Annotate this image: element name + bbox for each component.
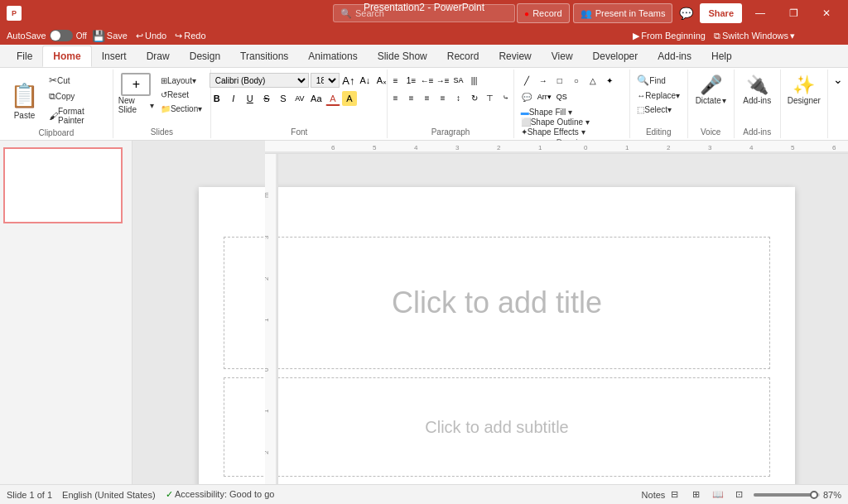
strikethrough-button[interactable]: S <box>259 91 274 106</box>
shape-star-btn[interactable]: ✦ <box>602 73 617 88</box>
clear-format-btn[interactable]: Aₓ <box>374 73 389 88</box>
notes-button[interactable]: Notes <box>646 487 661 502</box>
select-button[interactable]: ⬚Select▾ <box>634 103 675 116</box>
change-case-button[interactable]: Aa <box>309 91 324 106</box>
add-ins-button[interactable]: 🔌 Add-ins <box>740 73 774 107</box>
text-direction-btn[interactable]: ↻ <box>467 90 482 105</box>
shape-line-btn[interactable]: ╱ <box>519 73 534 88</box>
justify-btn[interactable]: ≡ <box>436 90 450 105</box>
share-button[interactable]: Share <box>700 3 742 23</box>
search-input[interactable] <box>355 8 504 18</box>
shape-callout-btn[interactable]: 💬 <box>519 89 534 104</box>
present-button[interactable]: 👥 Present in Teams <box>573 3 673 23</box>
align-left-btn[interactable]: ≡ <box>388 90 403 105</box>
new-slide-button[interactable]: + New Slide▾ <box>118 73 154 114</box>
search-box[interactable]: 🔍 <box>333 4 515 22</box>
tab-slide-show[interactable]: Slide Show <box>368 46 437 67</box>
undo-button[interactable]: ↩ Undo <box>132 30 170 42</box>
bullets-button[interactable]: ≡ <box>388 73 403 88</box>
view-presenter-btn[interactable]: ⊡ <box>732 487 747 502</box>
close-button[interactable]: ✕ <box>812 0 841 26</box>
shape-outline-button[interactable]: ⬜Shape Outline ▾ <box>519 118 591 127</box>
cut-button[interactable]: ✂ Cut <box>46 73 108 88</box>
tab-draw[interactable]: Draw <box>137 46 180 67</box>
view-normal-btn[interactable]: ⊟ <box>667 487 682 502</box>
shape-rect-btn[interactable]: □ <box>552 73 567 88</box>
font-color-button[interactable]: A <box>325 91 340 106</box>
redo-button[interactable]: ↪ Redo <box>171 30 209 42</box>
arrange-button[interactable]: Arr▾ <box>536 89 553 104</box>
record-button[interactable]: ● Record <box>517 3 570 23</box>
underline-button[interactable]: U <box>243 91 258 106</box>
switch-windows-button[interactable]: ⧉ Switch Windows ▾ <box>711 30 798 42</box>
paste-button[interactable]: 📋 Paste <box>5 80 44 120</box>
svg-text:3: 3 <box>708 144 712 151</box>
svg-text:5: 5 <box>373 144 377 151</box>
font-size-select[interactable]: 18 <box>311 73 340 88</box>
subtitle-placeholder[interactable]: Click to add subtitle <box>224 377 770 477</box>
view-reading-btn[interactable]: 📖 <box>711 487 725 502</box>
tab-developer[interactable]: Developer <box>583 46 648 67</box>
reset-button[interactable]: ↺Reset <box>157 89 205 101</box>
copy-button[interactable]: ⧉ Copy <box>46 89 108 103</box>
minimize-button[interactable]: — <box>745 0 775 26</box>
char-spacing-button[interactable]: AV <box>292 91 307 106</box>
tab-home[interactable]: Home <box>42 46 91 67</box>
tab-file[interactable]: File <box>7 46 42 67</box>
numbering-button[interactable]: 1≡ <box>404 73 419 88</box>
section-button[interactable]: 📁Section▾ <box>157 103 205 115</box>
slide-thumbnail-1[interactable]: 1 <box>3 147 123 230</box>
smart-art-btn[interactable]: SA <box>451 73 466 88</box>
tab-record[interactable]: Record <box>437 46 489 67</box>
ribbon-expand-btn[interactable]: ⌄ <box>828 70 848 89</box>
zoom-slider[interactable] <box>754 493 820 497</box>
shape-arrow-btn[interactable]: → <box>536 73 551 88</box>
tab-transitions[interactable]: Transitions <box>230 46 298 67</box>
new-slide-icon: + <box>121 73 151 96</box>
bold-button[interactable]: B <box>210 91 224 106</box>
tab-animations[interactable]: Animations <box>298 46 367 67</box>
align-right-btn[interactable]: ≡ <box>420 90 435 105</box>
quick-styles-button[interactable]: QS <box>555 89 569 104</box>
shadow-button[interactable]: S <box>276 91 291 106</box>
convert-to-smartart-btn[interactable]: ⤷ <box>499 90 513 105</box>
comments-icon[interactable]: 💬 <box>676 7 696 20</box>
shape-oval-btn[interactable]: ○ <box>569 73 584 88</box>
tab-design[interactable]: Design <box>180 46 230 67</box>
tab-review[interactable]: Review <box>489 46 541 67</box>
shape-tri-btn[interactable]: △ <box>585 73 600 88</box>
layout-button[interactable]: ⊞Layout▾ <box>157 74 205 87</box>
view-sorter-btn[interactable]: ⊞ <box>689 487 704 502</box>
tab-insert[interactable]: Insert <box>92 46 137 67</box>
highlight-button[interactable]: A <box>342 91 357 106</box>
title-placeholder[interactable]: Click to add title <box>224 237 770 369</box>
svg-text:0: 0 <box>584 144 588 151</box>
save-qa-button[interactable]: 💾 Save <box>89 29 131 43</box>
slide-canvas[interactable]: Click to add title Click to add subtitle <box>199 187 795 484</box>
find-button[interactable]: 🔍 Find <box>634 73 668 88</box>
statusbar: Slide 1 of 1 English (United States) ✓ A… <box>0 484 848 504</box>
tab-help[interactable]: Help <box>701 46 742 67</box>
italic-button[interactable]: I <box>226 91 241 106</box>
decrease-indent-btn[interactable]: ←≡ <box>420 73 435 88</box>
tab-view[interactable]: View <box>542 46 583 67</box>
format-painter-button[interactable]: 🖌 Format Painter <box>46 105 108 127</box>
font-name-select[interactable]: Calibri (Body) <box>210 73 309 88</box>
align-text-btn[interactable]: ⊤ <box>483 90 498 105</box>
designer-button[interactable]: ✨ Designer <box>784 73 824 107</box>
align-center-btn[interactable]: ≡ <box>404 90 419 105</box>
autosave-toggle[interactable] <box>50 30 73 41</box>
from-beginning-qa-button[interactable]: ▶ From Beginning <box>629 30 709 42</box>
dictate-button[interactable]: 🎤 Dictate▾ <box>692 73 730 107</box>
tab-add-ins[interactable]: Add-ins <box>648 46 701 67</box>
increase-font-btn[interactable]: A↑ <box>341 73 356 88</box>
increase-indent-btn[interactable]: →≡ <box>436 73 450 88</box>
decrease-font-btn[interactable]: A↓ <box>358 73 373 88</box>
voice-label: Voice <box>701 126 720 138</box>
restore-button[interactable]: ❐ <box>778 0 808 26</box>
shape-effects-button[interactable]: ✦Shape Effects ▾ <box>519 127 591 137</box>
line-spacing-btn[interactable]: ↕ <box>451 90 466 105</box>
columns-btn[interactable]: ||| <box>467 73 482 88</box>
shape-fill-button[interactable]: ▬Shape Fill ▾ <box>519 108 591 117</box>
replace-button[interactable]: ↔Replace▾ <box>634 89 683 102</box>
